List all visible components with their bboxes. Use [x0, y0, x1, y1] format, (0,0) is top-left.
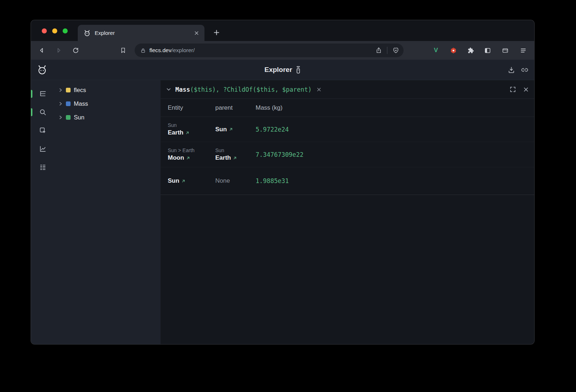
wallet-icon[interactable] — [499, 45, 511, 56]
bookmark-icon[interactable] — [117, 45, 129, 56]
entity-cell: Sun — [168, 167, 215, 195]
tab-strip: Explorer — [31, 20, 534, 41]
active-indicator — [31, 108, 32, 116]
reload-button[interactable] — [70, 45, 81, 56]
url-text: flecs.dev/explorer/ — [149, 47, 195, 54]
column-header-mass: Mass (kg) — [256, 104, 534, 111]
entity-link[interactable]: Sun — [168, 177, 212, 184]
share-icon[interactable] — [375, 47, 382, 54]
tab-title: Explorer — [95, 30, 190, 36]
active-indicator — [31, 90, 32, 98]
entity-name: Moon — [168, 154, 184, 161]
query-term: ?ChildOf — [223, 86, 253, 93]
flecs-favicon-icon — [84, 29, 91, 37]
tree-item-flecs[interactable]: flecs — [54, 83, 161, 97]
browser-tab-explorer[interactable]: Explorer — [78, 25, 204, 41]
tree-panel-icon[interactable] — [36, 87, 49, 100]
goto-entity-icon[interactable] — [233, 156, 237, 160]
parent-cell: Sun — [215, 117, 256, 142]
explorer-header: Explorer — [31, 60, 534, 80]
query-search-icon[interactable] — [36, 106, 49, 119]
header-actions — [508, 60, 528, 80]
tab-close-icon[interactable] — [194, 31, 199, 35]
minimize-window-button[interactable] — [52, 28, 57, 33]
parent-cell: None — [215, 167, 256, 195]
close-panel-icon[interactable] — [523, 87, 528, 92]
journal-icon[interactable] — [36, 161, 49, 174]
table-header-row: Entity parent Mass (kg) — [161, 99, 534, 117]
results-table: Entity parent Mass (kg) Sun Earth — [161, 99, 534, 195]
goto-entity-icon[interactable] — [181, 179, 185, 183]
chevron-right-icon[interactable] — [59, 102, 63, 106]
column-header-entity: Entity — [168, 104, 215, 111]
goto-entity-icon[interactable] — [185, 131, 189, 135]
entity-tree-panel: flecs Mass Sun — [54, 80, 161, 345]
entity-color-chip — [66, 115, 71, 120]
fullscreen-icon[interactable] — [510, 87, 516, 92]
entity-link[interactable]: Sun — [215, 126, 252, 133]
vue-devtools-extension-icon[interactable]: V — [430, 45, 442, 56]
new-tab-button[interactable] — [210, 26, 222, 38]
entity-link[interactable]: Earth — [215, 154, 252, 161]
close-window-button[interactable] — [42, 28, 47, 33]
stats-chart-icon[interactable] — [36, 142, 49, 155]
entity-color-chip — [66, 101, 71, 106]
chevron-right-icon[interactable] — [59, 115, 63, 119]
mass-value: 1.9885e31 — [256, 167, 534, 195]
entity-cell: Sun Earth — [168, 117, 215, 142]
goto-entity-icon[interactable] — [229, 127, 233, 131]
address-bar[interactable]: flecs.dev/explorer/ — [135, 44, 404, 57]
entity-path: Sun — [215, 147, 252, 153]
entity-name: Earth — [168, 129, 183, 136]
link-icon[interactable] — [521, 66, 528, 74]
explorer-title-area: Explorer — [31, 60, 534, 80]
chevron-down-icon[interactable] — [166, 87, 171, 92]
tree-item-sun[interactable]: Sun — [54, 110, 161, 124]
query-bar: Mass($this), ?ChildOf($this, $parent) — [161, 80, 534, 99]
tree-item-label: Mass — [74, 100, 88, 107]
table-row: Sun > Earth Moon Sun Earth 7.347673 — [161, 142, 534, 167]
query-term: Mass — [175, 86, 190, 93]
tree-item-mass[interactable]: Mass — [54, 97, 161, 110]
lock-icon[interactable] — [140, 48, 146, 53]
goto-entity-icon[interactable] — [186, 156, 190, 160]
window-controls — [42, 28, 68, 33]
tree-item-label: Sun — [74, 114, 84, 121]
forward-button[interactable] — [53, 45, 64, 56]
zoom-window-button[interactable] — [63, 28, 68, 33]
sidebar-toggle-icon[interactable] — [482, 45, 493, 56]
entity-color-chip — [66, 88, 71, 92]
query-clear-icon[interactable] — [317, 87, 321, 92]
browser-toolbar: flecs.dev/explorer/ V — [31, 41, 534, 60]
browser-window: Explorer flecs.dev/explorer/ — [31, 20, 535, 345]
column-header-parent: parent — [215, 104, 256, 111]
entity-name: Sun — [168, 177, 179, 184]
menu-icon[interactable] — [517, 45, 529, 56]
parent-none-label: None — [215, 177, 252, 184]
mass-value: 5.9722e24 — [256, 117, 534, 142]
entity-cell: Sun > Earth Moon — [168, 142, 215, 167]
query-args: ($this, $parent) — [253, 86, 312, 93]
inspector-icon[interactable] — [36, 124, 49, 137]
table-row: Sun Earth Sun 5.9722e24 — [161, 117, 534, 142]
divider — [387, 47, 387, 54]
brave-shield-icon[interactable] — [392, 47, 399, 54]
hexagon-extension-icon[interactable] — [447, 45, 459, 56]
tree-item-label: flecs — [74, 87, 86, 94]
entity-path: Sun > Earth — [168, 147, 212, 153]
icon-rail — [31, 80, 54, 345]
parent-cell: Sun Earth — [215, 142, 256, 167]
entity-link[interactable]: Moon — [168, 154, 212, 161]
query-content-panel: Mass($this), ?ChildOf($this, $parent) En… — [161, 80, 534, 345]
table-row: Sun None 1.9885e31 — [161, 167, 534, 195]
extensions-puzzle-icon[interactable] — [465, 45, 476, 56]
entity-link[interactable]: Earth — [168, 129, 212, 136]
entity-name: Sun — [215, 126, 227, 133]
chevron-right-icon[interactable] — [59, 88, 63, 92]
page-title: Explorer — [264, 66, 292, 74]
query-input[interactable]: Mass($this), ?ChildOf($this, $parent) — [175, 86, 312, 93]
download-icon[interactable] — [508, 66, 515, 74]
back-button[interactable] — [36, 45, 48, 56]
query-args: ($this), — [190, 86, 223, 93]
url-path: /explorer/ — [171, 47, 195, 53]
